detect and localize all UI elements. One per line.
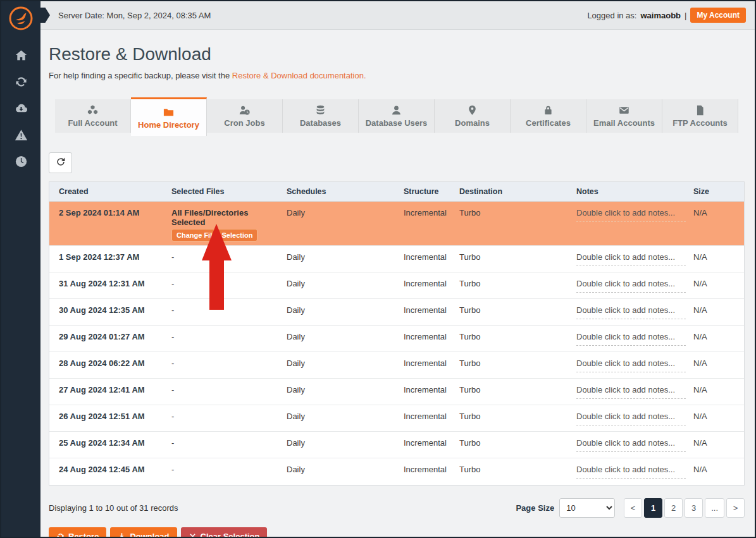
notes-placeholder[interactable]: Double click to add notes... [576, 412, 686, 425]
backups-table-container: CreatedSelected FilesSchedulesStructureD… [49, 181, 745, 486]
schedules-cell: Daily [277, 326, 394, 352]
table-row[interactable]: 31 Aug 2024 12:31 AM - Daily Incremental… [49, 272, 744, 299]
structure-cell: Incremental [394, 379, 450, 405]
column-header-schedules: Schedules [277, 182, 394, 202]
notes-placeholder[interactable]: Double click to add notes... [576, 358, 686, 372]
sidebar-item-home[interactable] [15, 47, 28, 63]
selected-files-cell: - [162, 326, 277, 352]
schedules-cell: Daily [277, 405, 394, 432]
tab-label: FTP Accounts [672, 118, 728, 128]
table-row[interactable]: 27 Aug 2024 12:41 AM - Daily Incremental… [49, 379, 744, 405]
tab-home-directory[interactable]: Home Directory [131, 97, 207, 136]
size-cell: N/A [684, 352, 744, 379]
notes-placeholder[interactable]: Double click to add notes... [576, 208, 686, 222]
structure-cell: Incremental [394, 405, 450, 432]
lock-icon [542, 104, 554, 116]
user-clock-icon [239, 104, 251, 116]
documentation-link[interactable]: Restore & Download documentation. [232, 71, 366, 80]
selected-files-cell: - [162, 246, 277, 272]
schedules-cell: Daily [277, 246, 394, 272]
table-row[interactable]: 24 Aug 2024 12:45 AM - Daily Incremental… [49, 458, 744, 485]
page-2-button[interactable]: 2 [664, 498, 683, 518]
separator: | [685, 11, 686, 20]
selected-files-cell: All Files/Directories Selected Change Fi… [162, 202, 277, 246]
refresh-button[interactable] [49, 152, 72, 173]
sidebar-item-queue[interactable] [15, 154, 28, 169]
cubes-icon [87, 104, 99, 116]
destination-cell: Turbo [450, 272, 567, 299]
tab-databases[interactable]: Databases [283, 99, 359, 133]
file-icon [694, 104, 706, 116]
tab-database-users[interactable]: Database Users [359, 99, 435, 133]
envelope-icon [618, 104, 630, 116]
table-row[interactable]: 25 Aug 2024 12:34 AM - Daily Incremental… [49, 432, 744, 458]
destination-cell: Turbo [450, 458, 567, 485]
page-1-button[interactable]: 1 [644, 498, 662, 518]
table-row[interactable]: 28 Aug 2024 06:22 AM - Daily Incremental… [49, 352, 744, 379]
created-cell: 1 Sep 2024 12:37 AM [49, 246, 162, 272]
clear-selection-button[interactable]: Clear Selection [181, 527, 268, 538]
account-area: Logged in as: waimaobb | My Account [587, 8, 746, 23]
change-files-selection-button[interactable]: Change Files Selection [171, 229, 257, 241]
table-row[interactable]: 26 Aug 2024 12:51 AM - Daily Incremental… [49, 405, 744, 432]
page-ellipsis-button[interactable]: ... [705, 498, 724, 518]
tab-cron-jobs[interactable]: Cron Jobs [207, 99, 283, 133]
notes-placeholder[interactable]: Double click to add notes... [576, 385, 686, 399]
size-cell: N/A [684, 272, 744, 299]
pagination: <123...> [624, 498, 745, 518]
notes-placeholder[interactable]: Double click to add notes... [576, 279, 686, 293]
table-row-selected[interactable]: 2 Sep 2024 01:14 AM All Files/Directorie… [49, 202, 744, 246]
download-button[interactable]: Download [110, 527, 177, 538]
next-page-button[interactable]: > [726, 498, 745, 518]
table-row[interactable]: 1 Sep 2024 12:37 AM - Daily Incremental … [49, 246, 744, 272]
sync-icon [15, 75, 28, 89]
tab-certificates[interactable]: Certificates [511, 99, 586, 133]
page-3-button[interactable]: 3 [685, 498, 703, 518]
schedules-cell: Daily [277, 272, 394, 299]
sidebar-item-restore[interactable] [15, 74, 28, 89]
schedules-cell: Daily [277, 202, 394, 246]
destination-cell: Turbo [450, 379, 567, 405]
notes-cell: Double click to add notes... [567, 432, 684, 458]
notes-placeholder[interactable]: Double click to add notes... [576, 465, 686, 479]
notes-placeholder[interactable]: Double click to add notes... [576, 332, 686, 346]
destination-cell: Turbo [450, 405, 567, 432]
tab-email-accounts[interactable]: Email Accounts [586, 99, 662, 133]
sidebar-item-downloads[interactable] [15, 101, 28, 116]
destination-cell: Turbo [450, 202, 567, 246]
app-logo[interactable] [8, 6, 34, 31]
notes-placeholder[interactable]: Double click to add notes... [576, 438, 686, 452]
created-cell: 28 Aug 2024 06:22 AM [49, 352, 162, 379]
selected-files-cell: - [162, 352, 277, 379]
folder-icon [163, 106, 175, 118]
tab-label: Databases [300, 118, 341, 128]
tab-full-account[interactable]: Full Account [55, 99, 131, 133]
page-size-select[interactable]: 10 [559, 498, 615, 518]
tab-ftp-accounts[interactable]: FTP Accounts [662, 99, 738, 133]
selected-files-cell: - [162, 432, 277, 458]
notes-placeholder[interactable]: Double click to add notes... [576, 252, 686, 266]
selected-files-cell: - [162, 299, 277, 326]
sidebar-item-alerts[interactable] [15, 127, 28, 142]
username: waimaobb [640, 11, 681, 20]
notes-placeholder[interactable]: Double click to add notes... [576, 305, 686, 319]
structure-cell: Incremental [394, 432, 450, 458]
structure-cell: Incremental [394, 246, 450, 272]
table-row[interactable]: 29 Aug 2024 01:27 AM - Daily Incremental… [49, 326, 744, 352]
created-cell: 29 Aug 2024 01:27 AM [49, 326, 162, 352]
notes-cell: Double click to add notes... [567, 326, 684, 352]
schedules-cell: Daily [277, 352, 394, 379]
table-row[interactable]: 30 Aug 2024 12:35 AM - Daily Incremental… [49, 299, 744, 326]
selected-files-cell: - [162, 272, 277, 299]
page-size-label: Page Size [516, 503, 554, 513]
my-account-button[interactable]: My Account [690, 8, 746, 23]
database-icon [314, 104, 326, 116]
prev-page-button[interactable]: < [624, 498, 642, 518]
restore-button[interactable]: Restore [49, 527, 106, 538]
download-icon [118, 532, 126, 538]
notes-cell: Double click to add notes... [567, 352, 684, 379]
destination-cell: Turbo [450, 326, 567, 352]
created-cell: 2 Sep 2024 01:14 AM [49, 202, 162, 246]
table-header-row: CreatedSelected FilesSchedulesStructureD… [49, 182, 744, 202]
tab-domains[interactable]: Domains [435, 99, 511, 133]
